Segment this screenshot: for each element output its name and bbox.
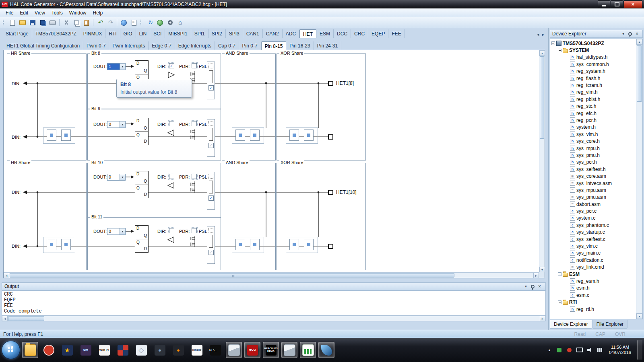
module-tab[interactable]: FEE: [388, 29, 405, 38]
psl-checkbox-bit8[interactable]: ✓: [208, 85, 214, 90]
het-subtab[interactable]: Pin 16-23: [286, 41, 314, 50]
tree-item[interactable]: reg_esm.h: [550, 278, 636, 284]
copy-icon[interactable]: [72, 18, 81, 27]
print-icon[interactable]: [48, 18, 57, 27]
show-desktop-button[interactable]: [637, 340, 642, 360]
volume-tray-icon[interactable]: [586, 347, 593, 353]
tree-item[interactable]: reg_pcr.h: [550, 117, 636, 123]
dir-checkbox-bit8[interactable]: ✓: [169, 63, 174, 68]
tree-item[interactable]: sys_pmu.h: [550, 152, 636, 158]
module-tab[interactable]: PINMUX: [80, 29, 106, 38]
menu-item[interactable]: Window: [66, 9, 90, 17]
hr-share-block[interactable]: [43, 237, 75, 253]
new-file-icon[interactable]: [8, 18, 17, 27]
save-icon[interactable]: [28, 18, 37, 27]
open-file-icon[interactable]: [18, 18, 27, 27]
tree-item[interactable]: notification.c: [550, 257, 636, 263]
module-tab[interactable]: ESM: [316, 29, 334, 38]
tree-item[interactable]: sys_pmu.asm: [550, 194, 636, 201]
cube-3d-icon[interactable]: [226, 342, 242, 358]
module-tab[interactable]: MIBSPI1: [165, 29, 191, 38]
psl-checkbox-bit10[interactable]: ✓: [208, 195, 214, 201]
pinwheel-app-icon[interactable]: [115, 342, 131, 358]
green-app-tray-icon[interactable]: [556, 347, 563, 353]
paste-icon[interactable]: [82, 18, 91, 27]
tree-item[interactable]: esm.h: [550, 285, 636, 292]
het-subtab[interactable]: Cap 0-7: [215, 41, 239, 50]
het-subtab[interactable]: Pin 24-31: [314, 41, 341, 50]
tree-item[interactable]: sys_mpu.asm: [550, 187, 636, 193]
tree-item[interactable]: sys_startup.c: [550, 229, 636, 236]
tree-item[interactable]: reg_rti.h: [550, 306, 636, 313]
and-share-block[interactable]: [232, 237, 264, 253]
recorder-app-icon[interactable]: [170, 342, 186, 358]
module-tab[interactable]: RTI: [105, 29, 120, 38]
expander-icon[interactable]: [558, 49, 561, 52]
tree-item[interactable]: sys_vim.h: [550, 131, 636, 138]
save-all-icon[interactable]: [38, 18, 47, 27]
dout-select-bit11[interactable]: 0 ▾: [107, 228, 126, 235]
tree-item[interactable]: hal_stdtypes.h: [550, 54, 636, 61]
module-tab[interactable]: DCC: [334, 29, 351, 38]
dropdown-arrow-icon[interactable]: ▾: [120, 228, 125, 234]
kindle-icon[interactable]: kindle: [189, 342, 205, 358]
module-tab[interactable]: ADC: [283, 29, 299, 38]
tree-item[interactable]: system.c: [550, 215, 636, 222]
module-tab[interactable]: CRC: [351, 29, 368, 38]
start-button[interactable]: [2, 341, 20, 359]
tree-item[interactable]: sys_core.h: [550, 138, 636, 144]
pin-icon[interactable]: [529, 284, 536, 290]
chart-app-icon[interactable]: [300, 342, 316, 358]
vertical-scroll-thumb[interactable]: [540, 56, 544, 139]
tree-item[interactable]: dabort.asm: [550, 201, 636, 208]
het-subtab[interactable]: HET1 Global Timing Configuration: [3, 41, 83, 50]
scroll-up-icon[interactable]: ▲: [636, 39, 642, 45]
clock[interactable]: 11:56 AM 04/07/2016: [609, 345, 631, 355]
het-subtab[interactable]: Pin 0-7: [239, 41, 261, 50]
xor-share-block[interactable]: [286, 237, 318, 253]
refresh-icon[interactable]: [145, 18, 155, 27]
minimize-button[interactable]: [598, 0, 610, 8]
diagram-horizontal-scrollbar[interactable]: ◄ ►: [4, 272, 539, 278]
hidden-icons-icon[interactable]: [546, 347, 553, 353]
scroll-right-icon[interactable]: ►: [540, 316, 545, 321]
scroll-right-icon[interactable]: ►: [533, 273, 539, 278]
tree-item[interactable]: sys_selftest.c: [550, 236, 636, 243]
generate-code-icon[interactable]: [119, 18, 128, 27]
output-scrollbar[interactable]: ◄ ►: [2, 316, 546, 321]
module-tab[interactable]: SCI: [150, 29, 165, 38]
het-subtab[interactable]: Pin 8-15: [261, 41, 287, 50]
scroll-down-icon[interactable]: ▼: [636, 313, 642, 319]
pdr-checkbox-bit8[interactable]: [192, 63, 197, 68]
module-tab[interactable]: Start Page: [2, 29, 32, 38]
tree-item[interactable]: TMS570LS0432PZ: [550, 40, 636, 47]
psl-checkbox-bit9[interactable]: ✓: [208, 143, 214, 148]
tree-item[interactable]: RTI: [550, 298, 636, 305]
and-share-block[interactable]: [232, 128, 264, 144]
het-subtab[interactable]: Edge 0-7: [149, 41, 175, 50]
pin-icon[interactable]: [627, 31, 634, 37]
scroll-left-icon[interactable]: ◄: [2, 316, 8, 321]
maximize-button[interactable]: [611, 0, 623, 8]
menu-item[interactable]: Edit: [17, 9, 31, 17]
run-icon[interactable]: [155, 18, 165, 27]
window-menu-icon[interactable]: ▾: [620, 31, 627, 37]
view-code-icon[interactable]: [129, 18, 138, 27]
monitor-tray-icon[interactable]: [576, 347, 583, 353]
dropdown-arrow-icon[interactable]: ▾: [120, 121, 125, 128]
cut-icon[interactable]: [62, 18, 71, 27]
tree-item[interactable]: ESM: [550, 271, 636, 278]
module-tab[interactable]: SPI3: [226, 29, 243, 38]
tree-item[interactable]: esm.c: [550, 292, 636, 298]
redo-icon[interactable]: [105, 18, 115, 27]
tree-item[interactable]: reg_stc.h: [550, 103, 636, 110]
horizontal-scroll-thumb[interactable]: [8, 316, 44, 321]
tree-item[interactable]: reg_system.h: [550, 68, 636, 75]
menu-item[interactable]: View: [31, 9, 48, 17]
menu-item[interactable]: Help: [90, 9, 106, 17]
camera-app-icon[interactable]: [152, 342, 168, 358]
expander-icon[interactable]: [558, 300, 561, 304]
tree-item[interactable]: reg_efc.h: [550, 110, 636, 117]
diagram-vertical-scrollbar[interactable]: ▲ ▼: [539, 50, 545, 272]
scroll-down-icon[interactable]: ▼: [539, 267, 545, 272]
